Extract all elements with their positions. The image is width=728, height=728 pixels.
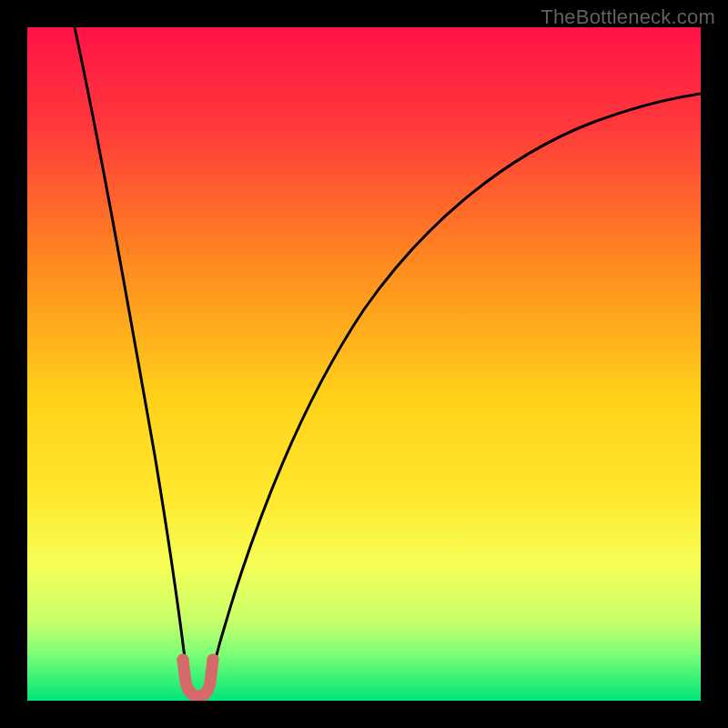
chart-frame: TheBottleneck.com	[0, 0, 728, 728]
watermark-label: TheBottleneck.com	[541, 5, 715, 29]
plot-area	[27, 27, 701, 701]
background-gradient	[27, 27, 701, 701]
svg-rect-0	[27, 27, 701, 701]
